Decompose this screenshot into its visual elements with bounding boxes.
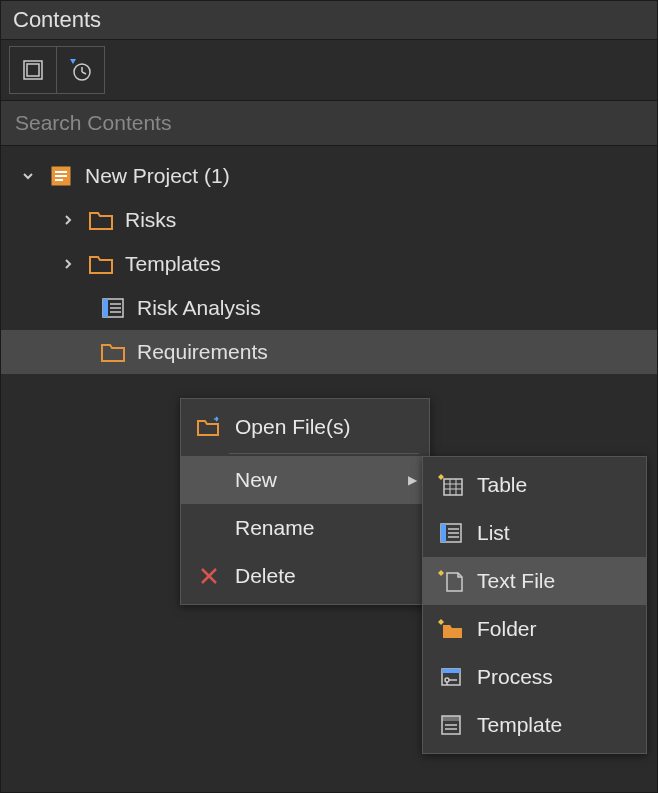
new-submenu: Table List Text File: [422, 456, 647, 754]
menu-label: New: [235, 468, 277, 492]
svg-rect-7: [55, 171, 67, 173]
menu-open-files[interactable]: Open File(s): [181, 403, 429, 451]
submenu-folder[interactable]: Folder: [423, 605, 646, 653]
process-icon: [437, 663, 465, 691]
blank-icon: [195, 466, 223, 494]
menu-label: Delete: [235, 564, 296, 588]
search-input[interactable]: [1, 100, 657, 146]
tree-label: Templates: [125, 252, 221, 276]
menu-rename[interactable]: Rename: [181, 504, 429, 552]
new-text-file-icon: [437, 567, 465, 595]
clock-filter-icon: [67, 56, 95, 84]
submenu-template[interactable]: Template: [423, 701, 646, 749]
svg-rect-28: [442, 669, 460, 673]
menu-label: List: [477, 521, 510, 545]
svg-point-29: [445, 678, 449, 682]
contents-tree: New Project (1) Risks Templates: [1, 146, 657, 382]
tree-label: New Project (1): [85, 164, 230, 188]
svg-line-5: [82, 72, 86, 74]
folder-icon: [99, 340, 127, 364]
chevron-right-icon: ▶: [408, 473, 417, 487]
tree-item-templates[interactable]: Templates: [1, 242, 657, 286]
svg-rect-11: [103, 299, 108, 317]
menu-label: Text File: [477, 569, 555, 593]
tree-root[interactable]: New Project (1): [1, 154, 657, 198]
template-icon: [437, 711, 465, 739]
new-table-icon: [437, 471, 465, 499]
menu-separator: [229, 453, 419, 454]
menu-label: Table: [477, 473, 527, 497]
tree-item-risks[interactable]: Risks: [1, 198, 657, 242]
tree-label: Risks: [125, 208, 176, 232]
folder-icon: [87, 252, 115, 276]
folder-icon: [87, 208, 115, 232]
menu-label: Process: [477, 665, 553, 689]
menu-label: Folder: [477, 617, 537, 641]
list-icon: [99, 296, 127, 320]
open-folder-icon: [195, 413, 223, 441]
svg-rect-8: [55, 175, 67, 177]
tree-label: Risk Analysis: [137, 296, 261, 320]
chevron-down-icon: [19, 169, 37, 183]
svg-rect-17: [444, 479, 462, 495]
tree-item-risk-analysis[interactable]: Risk Analysis: [1, 286, 657, 330]
layout-icon: [19, 56, 47, 84]
svg-rect-1: [27, 64, 39, 76]
svg-marker-2: [70, 59, 76, 64]
menu-label: Rename: [235, 516, 314, 540]
menu-label: Template: [477, 713, 562, 737]
menu-new[interactable]: New ▶: [181, 456, 429, 504]
submenu-table[interactable]: Table: [423, 461, 646, 509]
history-button[interactable]: [57, 46, 105, 94]
submenu-list[interactable]: List: [423, 509, 646, 557]
menu-delete[interactable]: Delete: [181, 552, 429, 600]
svg-rect-33: [442, 716, 460, 721]
svg-rect-23: [441, 524, 446, 542]
view-mode-button[interactable]: [9, 46, 57, 94]
project-icon: [47, 164, 75, 188]
submenu-text-file[interactable]: Text File: [423, 557, 646, 605]
menu-label: Open File(s): [235, 415, 351, 439]
toolbar: [1, 40, 657, 100]
blank-icon: [195, 514, 223, 542]
chevron-right-icon: [59, 257, 77, 271]
context-menu: Open File(s) New ▶ Rename Delete: [180, 398, 430, 605]
svg-rect-9: [55, 179, 63, 181]
chevron-right-icon: [59, 213, 77, 227]
tree-item-requirements[interactable]: Requirements: [1, 330, 657, 374]
panel-title: Contents: [1, 1, 657, 40]
submenu-process[interactable]: Process: [423, 653, 646, 701]
new-folder-icon: [437, 615, 465, 643]
tree-label: Requirements: [137, 340, 268, 364]
list-icon: [437, 519, 465, 547]
delete-icon: [195, 562, 223, 590]
